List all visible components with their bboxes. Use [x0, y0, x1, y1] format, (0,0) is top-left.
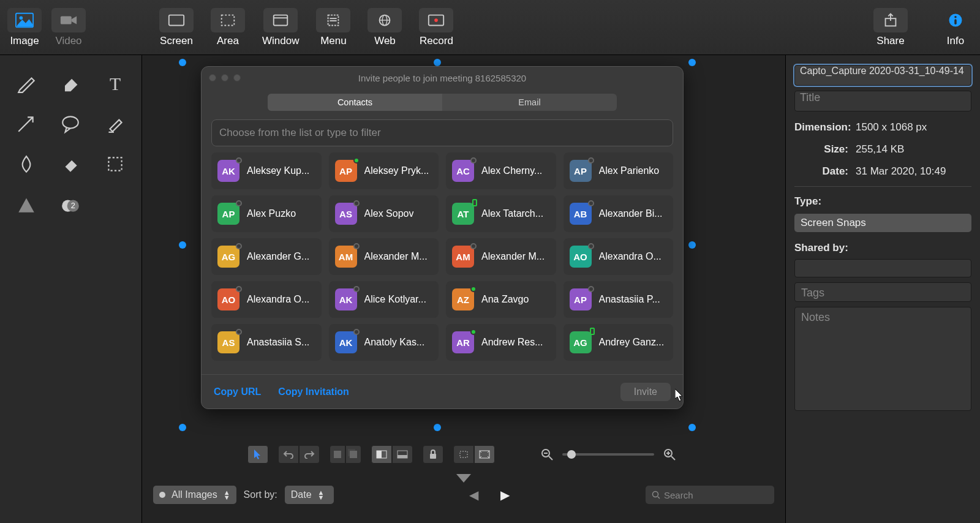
mode-video-button[interactable]: Video: [51, 8, 86, 47]
undo-button[interactable]: [278, 445, 299, 464]
contact-item[interactable]: ACAlex Cherny...: [446, 152, 556, 189]
pencil-tool[interactable]: [6, 65, 47, 102]
capture-screen-label: Screen: [160, 35, 193, 47]
tags-input[interactable]: Tags: [794, 282, 971, 302]
presence-indicator: [236, 286, 242, 292]
capture-web-button[interactable]: Web: [368, 8, 402, 47]
smudge-tool[interactable]: [50, 146, 91, 182]
contact-item[interactable]: ASAlex Sopov: [329, 195, 439, 232]
pointer-tool-button[interactable]: [247, 445, 268, 464]
contact-item[interactable]: AMAlexander M...: [446, 238, 556, 275]
contact-item[interactable]: AGAndrey Ganz...: [564, 324, 674, 361]
top-toolbar: Image Video Screen Area Window Menu Web: [0, 0, 980, 55]
mode-image-button[interactable]: Image: [7, 8, 42, 47]
copy-invitation-button[interactable]: Copy Invitation: [278, 386, 349, 397]
svg-line-34: [549, 456, 552, 460]
contact-item[interactable]: ARAndrew Res...: [446, 324, 556, 361]
capture-area-button[interactable]: Area: [211, 8, 245, 47]
eraser-tool[interactable]: [50, 65, 91, 102]
presence-indicator: [353, 286, 360, 292]
contact-name: Alex Sopov: [364, 208, 414, 219]
contact-item[interactable]: AOAlexandra O...: [564, 238, 674, 275]
layer-front-button[interactable]: [345, 445, 361, 464]
title-input[interactable]: Title: [794, 91, 971, 111]
presence-indicator: [236, 329, 242, 335]
contact-item[interactable]: APAleksey Pryk...: [329, 152, 439, 189]
info-icon: [938, 8, 973, 32]
sort-select[interactable]: Date ▲▼: [285, 486, 334, 504]
next-button[interactable]: ▶: [497, 487, 513, 502]
presence-indicator: [588, 157, 594, 164]
capture-window-button[interactable]: Window: [262, 8, 299, 47]
contact-item[interactable]: APAlex Puzko: [211, 195, 322, 232]
contact-item[interactable]: AGAlexander G...: [211, 238, 322, 275]
library-filter[interactable]: All Images ▲▼: [153, 486, 236, 504]
contact-item[interactable]: AMAlexander M...: [329, 238, 439, 275]
search-icon: [652, 491, 660, 499]
date-value: 31 Mar 2020, 10:49: [856, 165, 946, 178]
contact-item[interactable]: ATAlex Tatarch...: [446, 195, 556, 232]
actual-button[interactable]: [474, 445, 495, 464]
avatar: AO: [217, 288, 239, 310]
prev-button[interactable]: ◀: [466, 487, 482, 502]
contact-item[interactable]: AZAna Zavgo: [446, 281, 556, 318]
text-tool[interactable]: T: [95, 65, 135, 102]
type-label: Type:: [794, 195, 971, 208]
contact-item[interactable]: APAlex Parienko: [564, 152, 674, 189]
minimize-traffic-light[interactable]: [221, 74, 228, 81]
lock-button[interactable]: [423, 445, 443, 464]
speech-tool[interactable]: [50, 105, 91, 142]
svg-rect-26: [377, 451, 382, 458]
contact-item[interactable]: AKAnatoly Kas...: [329, 324, 439, 361]
capture-screen-button[interactable]: Screen: [159, 8, 194, 47]
record-button[interactable]: Record: [419, 8, 453, 47]
contact-item[interactable]: ASAnastasiia S...: [211, 324, 322, 361]
notes-input[interactable]: Notes: [794, 307, 971, 411]
zoom-out-button[interactable]: [537, 445, 557, 464]
contact-item[interactable]: AOAlexandra O...: [211, 281, 322, 318]
info-button[interactable]: Info: [938, 8, 973, 47]
invite-button[interactable]: Invite: [620, 383, 671, 401]
copy-url-button[interactable]: Copy URL: [214, 386, 261, 397]
contact-item[interactable]: ABAlexander Bi...: [564, 195, 674, 232]
zoom-traffic-light[interactable]: [233, 74, 241, 81]
avatar: AS: [217, 331, 239, 353]
shared-label: Shared by:: [794, 242, 971, 254]
share-button[interactable]: Share: [873, 8, 908, 47]
collapse-triangle-icon[interactable]: [456, 474, 471, 483]
capture-menu-label: Menu: [320, 35, 347, 47]
layers-tool[interactable]: 2: [50, 186, 91, 223]
layer-back-button[interactable]: [330, 445, 345, 464]
zoom-slider[interactable]: [562, 453, 654, 456]
bottom-view-button[interactable]: [392, 445, 413, 464]
canvas[interactable]: Invite people to join meeting 8162585320…: [142, 55, 785, 523]
fit-button[interactable]: [453, 445, 474, 464]
contact-name: Andrey Ganz...: [599, 337, 665, 348]
presence-indicator: [470, 157, 477, 164]
contact-item[interactable]: APAnastasiia P...: [564, 281, 674, 318]
split-view-button[interactable]: [371, 445, 392, 464]
library-search-input[interactable]: Search: [646, 486, 774, 504]
contact-item[interactable]: AKAleksey Kup...: [211, 152, 322, 189]
arrow-tool[interactable]: [6, 105, 47, 142]
zoom-in-button[interactable]: [659, 445, 680, 464]
highlight-tool[interactable]: [95, 105, 135, 142]
shared-input[interactable]: [794, 259, 971, 277]
tab-contacts[interactable]: Contacts: [268, 94, 442, 111]
contact-search-input[interactable]: Choose from the list or type to filter: [211, 119, 673, 146]
contact-item[interactable]: AKAlice Kotlyar...: [329, 281, 439, 318]
presence-indicator: [588, 286, 594, 292]
capture-menu-button[interactable]: Menu: [316, 8, 350, 47]
marquee-tool[interactable]: [95, 146, 135, 182]
sort-value: Date: [291, 489, 312, 500]
type-select[interactable]: Screen Snaps ▲▼: [794, 214, 971, 232]
close-traffic-light[interactable]: [209, 74, 216, 81]
blur-tool[interactable]: [6, 146, 47, 182]
contact-name: Anatoly Kas...: [364, 337, 425, 348]
svg-rect-18: [954, 19, 957, 24]
filename-input[interactable]: Capto_Capture 2020-03-31_10-49-14: [794, 65, 971, 86]
svg-rect-30: [460, 451, 467, 457]
redo-button[interactable]: [299, 445, 320, 464]
shape-tool[interactable]: [6, 186, 47, 223]
tab-email[interactable]: Email: [442, 94, 617, 111]
